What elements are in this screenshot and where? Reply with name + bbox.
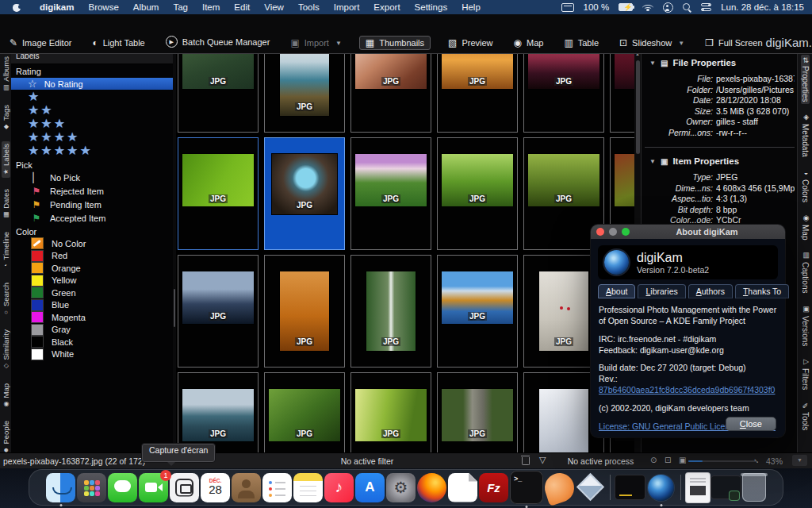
tab-colors[interactable]: ◐Colors (801, 167, 810, 205)
photo-thumbnail[interactable]: JPG (178, 255, 259, 368)
minimized-window-dock-item[interactable] (615, 475, 645, 499)
sidebar-tab-people[interactable]: ☻People (2, 418, 10, 456)
user-switch-icon[interactable] (663, 2, 673, 13)
apple-menu-icon[interactable] (13, 2, 21, 12)
photo-thumbnail[interactable]: JPG (350, 137, 431, 250)
tab-thanks-to[interactable]: Thanks To (735, 284, 789, 298)
tab-properties[interactable]: ⇅Properties (801, 55, 810, 104)
sidebar-tab-search[interactable]: ○Search (2, 280, 10, 318)
pending-item[interactable]: ⚑ Pending Item (11, 198, 173, 211)
rating-4-item[interactable]: ★★★★ (11, 131, 173, 144)
digikam-dock-icon[interactable] (646, 473, 676, 502)
terminal-dock-icon[interactable]: >_ (510, 471, 543, 504)
color-magenta-item[interactable]: Magenta (11, 311, 173, 324)
tab-tools[interactable]: ✎Tools (801, 399, 810, 433)
photo-thumbnail[interactable]: JPG (264, 255, 345, 368)
no-pick-item[interactable]: ▏ No Pick (11, 171, 173, 184)
color-green-item[interactable]: Green (11, 287, 173, 299)
file-properties-header[interactable]: ▼ ▤ File Properties (642, 51, 798, 72)
music-dock-icon[interactable]: ♪ (324, 473, 354, 502)
rating-3-item[interactable]: ★★★ (11, 117, 173, 131)
fullscreen-button[interactable]: ❒ Full Screen (702, 36, 765, 50)
menu-settings[interactable]: Settings (408, 2, 455, 12)
color-blue-item[interactable]: Blue (11, 299, 173, 312)
virtualbox-dock-icon[interactable] (576, 473, 605, 502)
panel-splitter[interactable] (173, 51, 176, 452)
color-yellow-item[interactable]: Yellow (11, 275, 173, 287)
tab-captions[interactable]: ▤Captions (801, 249, 810, 295)
sidebar-tab-map[interactable]: ◉Map (2, 381, 10, 410)
contacts-dock-icon[interactable] (232, 473, 261, 502)
photo-thumbnail-selected[interactable]: JPG (178, 137, 259, 250)
rating-2-item[interactable]: ★★ (11, 104, 173, 117)
menu-album[interactable]: Album (126, 2, 167, 12)
menu-digikam[interactable]: digikam (33, 2, 81, 12)
photo-thumbnail[interactable]: JPG (523, 51, 604, 133)
calendar-dock-icon[interactable]: DÉC. 28 (201, 473, 230, 502)
sidebar-tab-labels[interactable]: ★Labels (2, 141, 10, 178)
collapse-caret-icon[interactable]: ▼ (649, 60, 656, 67)
zoom-image-icon[interactable]: ▣ (679, 456, 686, 464)
photo-thumbnail[interactable]: JPG (350, 51, 431, 133)
photo-thumbnail[interactable]: JPG (437, 137, 518, 250)
batch-queue-button[interactable]: ▶ Batch Queue Manager (163, 33, 274, 50)
sidebar-tab-dates[interactable]: ▦Dates (2, 187, 10, 221)
fit-select-icon[interactable]: ⊙ (650, 456, 657, 464)
messages-dock-icon[interactable] (108, 473, 137, 502)
no-rating-item[interactable]: ☆ No Rating (11, 78, 173, 90)
color-gray-item[interactable]: Gray (11, 324, 173, 337)
input-source-icon[interactable] (561, 3, 574, 12)
photo-thumbnail[interactable]: JPG (178, 372, 259, 452)
menubar-clock[interactable]: Lun. 28 déc. à 18:15 (721, 2, 804, 12)
fit-window-icon[interactable]: ⊡ (665, 456, 671, 464)
menu-export[interactable]: Export (366, 2, 407, 12)
filezilla-dock-icon[interactable]: Fz (479, 473, 508, 502)
image-editor-button[interactable]: ✎ Image Editor (6, 36, 75, 50)
accepted-item[interactable]: ⚑ Accepted Item (11, 211, 173, 225)
table-button[interactable]: ▥ Table (561, 36, 602, 50)
photo-thumbnail-current[interactable]: JPG (264, 137, 345, 250)
zoom-dropdown[interactable]: ▼ (792, 455, 807, 466)
photo-thumbnail[interactable]: JPG (437, 51, 518, 133)
spotlight-icon[interactable] (683, 3, 691, 12)
sidebar-tab-similarity[interactable]: ◇Similarity (2, 327, 10, 372)
sidebar-tab-timeline[interactable]: ◔Timeline (2, 229, 10, 272)
screenshot-dock-icon[interactable] (170, 473, 199, 502)
preview-button[interactable]: ▧ Preview (445, 36, 496, 50)
system-preferences-dock-icon[interactable]: ⚙ (386, 473, 416, 502)
documents-dock-icon[interactable] (686, 473, 710, 502)
reminders-dock-icon[interactable] (262, 473, 292, 502)
minimized-window-dock-item[interactable] (711, 476, 741, 498)
libreoffice-dock-icon[interactable] (448, 473, 477, 502)
color-black-item[interactable]: Black (11, 336, 173, 348)
menu-item[interactable]: Item (195, 2, 227, 12)
menu-import[interactable]: Import (327, 2, 367, 12)
menu-browse[interactable]: Browse (81, 2, 125, 12)
tab-filters[interactable]: ▽Filters (801, 356, 810, 392)
notes-dock-icon[interactable] (293, 473, 323, 502)
rating-5-item[interactable]: ★★★★★ (11, 144, 173, 158)
sidebar-tab-tags[interactable]: ◆Tags (2, 102, 10, 133)
photo-thumbnail[interactable]: JPG (264, 372, 345, 452)
finder-dock-icon[interactable] (46, 473, 75, 502)
tab-versions[interactable]: ▣Versions (801, 303, 810, 348)
facetime-dock-icon[interactable]: 1 (139, 473, 168, 502)
photo-thumbnail[interactable]: JPG (264, 51, 345, 133)
color-none-item[interactable]: No Color (11, 237, 173, 250)
zoom-slider[interactable] (688, 460, 756, 462)
utility-dock-icon[interactable] (541, 469, 578, 506)
sidebar-tab-albums[interactable]: ▤Albums (2, 54, 10, 94)
thumbnails-button[interactable]: ▦ Thumbnails (359, 36, 431, 50)
tab-metadata[interactable]: ◈Metadata (801, 111, 810, 160)
photo-thumbnail[interactable]: JPG (178, 51, 259, 133)
rejected-item[interactable]: ⚑ Rejected Item (11, 184, 173, 198)
filter-funnel-icon[interactable]: ▽ (539, 455, 546, 465)
firefox-dock-icon[interactable] (417, 473, 446, 502)
photo-thumbnail[interactable]: JPG (350, 372, 431, 452)
slideshow-button[interactable]: ⊡ Slideshow ▼ (616, 36, 688, 50)
photo-thumbnail[interactable]: JPG (437, 372, 518, 452)
appstore-dock-icon[interactable]: A (355, 473, 385, 502)
map-button[interactable]: ◉ Map (511, 36, 547, 50)
menu-tag[interactable]: Tag (166, 2, 195, 12)
collapse-caret-icon[interactable]: ▼ (649, 158, 656, 165)
